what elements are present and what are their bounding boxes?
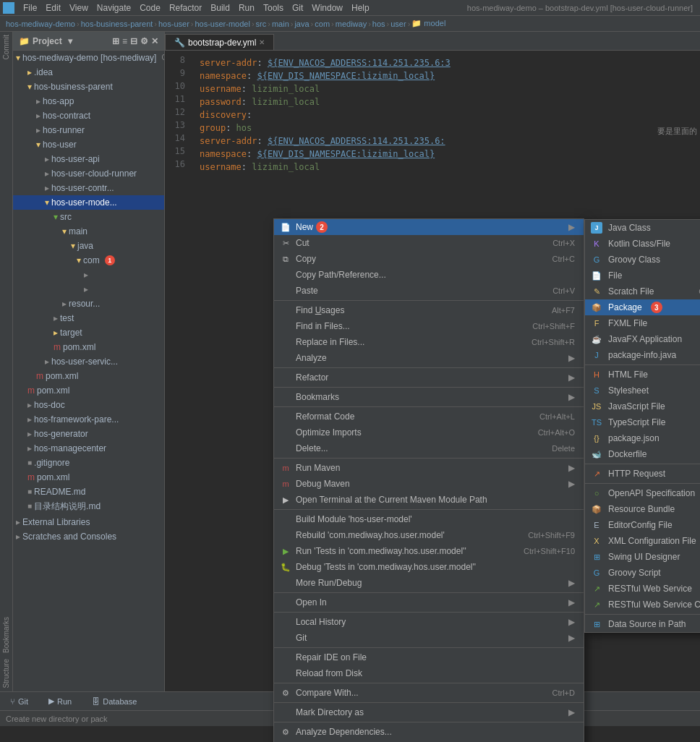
breadcrumb-item[interactable]: hos-user-model [195, 20, 249, 28]
ctx-item-open-in[interactable]: Open In ▶ [274, 594, 584, 610]
git-btn[interactable]: ⑂ Git [6, 696, 33, 707]
menu-tools[interactable]: Tools [259, 1, 288, 14]
submenu-restful[interactable]: ↗ RESTful Web Service [585, 581, 700, 597]
tree-item-generator[interactable]: ▸ hos-generator [13, 427, 164, 441]
commit-tab[interactable]: Commit [1, 32, 12, 62]
ctx-item-reformat[interactable]: Reformat Code Ctrl+Alt+L [274, 409, 584, 425]
submenu-datasource[interactable]: ⊞ Data Source in Path [585, 616, 700, 632]
ctx-item-compare[interactable]: ⚙ Compare With... Ctrl+D [274, 685, 584, 701]
ctx-item-repair[interactable]: Repair IDE on File [274, 649, 584, 665]
tree-item-pom2[interactable]: m pom.xml [13, 369, 164, 383]
ctx-item-analyze[interactable]: Analyze ▶ [274, 350, 584, 366]
tree-item-target[interactable]: ▸ target [13, 325, 164, 340]
menu-window[interactable]: Window [307, 1, 347, 14]
ctx-item-more-run[interactable]: More Run/Debug ▶ [274, 575, 584, 591]
tree-item-test[interactable]: ▸ test [13, 311, 164, 325]
ctx-item-local-history[interactable]: Local History ▶ [274, 614, 584, 630]
breadcrumb-item[interactable]: user [390, 20, 406, 28]
panel-close[interactable]: ✕ [151, 36, 158, 46]
tree-item-pom4[interactable]: m pom.xml [13, 470, 164, 485]
submenu-openapi[interactable]: ○ OpenAPI Specification [585, 485, 700, 501]
breadcrumb-item[interactable]: mediway [336, 20, 367, 28]
submenu-package-info[interactable]: J package-info.java [585, 347, 700, 363]
breadcrumb-item[interactable]: main [272, 20, 289, 28]
ctx-item-open-terminal[interactable]: ▶ Open Terminal at the Current Maven Mod… [274, 492, 584, 508]
submenu-html[interactable]: H HTML File [585, 367, 700, 383]
tree-item-com[interactable]: ▾ com 1 [13, 253, 164, 268]
breadcrumb-item[interactable]: 📁 model [411, 19, 445, 28]
breadcrumb-item[interactable]: java [294, 20, 309, 28]
ctx-item-find-usages[interactable]: Find Usages Alt+F7 [274, 302, 584, 318]
submenu-resource-bundle[interactable]: 📦 Resource Bundle ▶ [585, 501, 700, 517]
tab-close[interactable]: ✕ [259, 38, 265, 46]
tree-item-sub1[interactable]: ▸ [13, 268, 164, 282]
submenu-javafx[interactable]: ☕ JavaFX Application [585, 331, 700, 347]
editor-tab[interactable]: 🔧 bootstrap-dev.yml ✕ [165, 34, 274, 50]
submenu-json[interactable]: {} package.json [585, 430, 700, 446]
submenu-docker[interactable]: 🐋 Dockerfile [585, 446, 700, 462]
tree-item-runner[interactable]: ▸ hos-runner [13, 123, 164, 137]
ctx-item-git[interactable]: Git ▶ [274, 630, 584, 646]
menu-build[interactable]: Build [206, 1, 234, 14]
submenu-css[interactable]: S Stylesheet [585, 383, 700, 398]
panel-action-1[interactable]: ⊞ [112, 36, 119, 46]
submenu-restful-client[interactable]: ↗ RESTful Web Service Client [585, 597, 700, 613]
submenu-editorconfig[interactable]: E EditorConfig File [585, 517, 700, 533]
ctx-item-new[interactable]: 📄 New 2 ▶ J Java Class K Kotlin Class/Fi… [274, 219, 584, 235]
menu-file[interactable]: File [19, 1, 41, 14]
ctx-item-refactor[interactable]: Refactor ▶ [274, 370, 584, 385]
menu-edit[interactable]: Edit [41, 1, 65, 14]
ctx-item-debug-maven[interactable]: m Debug Maven ▶ [274, 476, 584, 492]
submenu-java-class[interactable]: J Java Class [585, 220, 700, 236]
panel-action-2[interactable]: ≡ [122, 36, 127, 46]
tree-item-contract[interactable]: ▸ hos-contract [13, 108, 164, 123]
structure-tab[interactable]: Structure [1, 656, 12, 691]
breadcrumb-item[interactable]: hos-mediway-demo [6, 20, 75, 28]
bookmarks-tab[interactable]: Bookmarks [1, 614, 12, 656]
menu-code[interactable]: Code [135, 1, 165, 14]
database-btn[interactable]: 🗄 Database [88, 696, 141, 707]
tree-item-src[interactable]: ▾ src [13, 210, 164, 224]
tree-item-ext-libs[interactable]: ▸ External Libraries [13, 515, 164, 529]
submenu-fxml[interactable]: F FXML File [585, 315, 700, 331]
submenu-groovy-class[interactable]: G Groovy Class [585, 252, 700, 268]
submenu-http[interactable]: ↗ HTTP Request [585, 466, 700, 482]
breadcrumb-item[interactable]: hos-business-parent [81, 20, 153, 28]
tree-item-user-servic[interactable]: ▸ hos-user-servic... [13, 354, 164, 369]
menu-help[interactable]: Help [347, 1, 374, 14]
submenu-swing[interactable]: ⊞ Swing UI Designer ▶ [585, 549, 700, 565]
tree-item-main[interactable]: ▾ main [13, 224, 164, 239]
submenu-js[interactable]: JS JavaScript File [585, 398, 700, 414]
ctx-item-build-module[interactable]: Build Module 'hos-user-model' [274, 511, 584, 527]
breadcrumb-item[interactable]: hos-user [158, 20, 189, 28]
tree-item-user[interactable]: ▾ hos-user [13, 137, 164, 152]
submenu-groovy-script[interactable]: G Groovy Script [585, 565, 700, 581]
tree-item-resour[interactable]: ▸ resour... [13, 297, 164, 311]
tree-item-java[interactable]: ▾ java [13, 239, 164, 253]
tree-item-business-parent[interactable]: ▾ hos-business-parent [13, 80, 164, 94]
ctx-item-debug-tests[interactable]: 🐛 Debug 'Tests in 'com.mediway.hos.user.… [274, 559, 584, 575]
ctx-item-cut[interactable]: ✂ Cut Ctrl+X [274, 235, 584, 251]
tree-item-idea[interactable]: ▸ .idea [13, 65, 164, 80]
menu-run[interactable]: Run [234, 1, 259, 14]
ctx-item-replace-files[interactable]: Replace in Files... Ctrl+Shift+R [274, 334, 584, 350]
ctx-item-find-files[interactable]: Find in Files... Ctrl+Shift+F [274, 318, 584, 334]
tree-item-contr[interactable]: ▸ hos-user-contr... [13, 181, 164, 195]
ctx-item-copy[interactable]: ⧉ Copy Ctrl+C [274, 251, 584, 267]
ctx-item-copy-path[interactable]: Copy Path/Reference... [274, 267, 584, 283]
panel-gear[interactable]: ⚙ [140, 36, 148, 46]
tree-item-dir-readme[interactable]: ■ 目录结构说明.md [13, 499, 164, 513]
tree-item-user-api[interactable]: ▸ hos-user-api [13, 152, 164, 166]
ctx-item-delete[interactable]: Delete... Delete [274, 440, 584, 456]
menu-refactor[interactable]: Refactor [165, 1, 206, 14]
submenu-file[interactable]: 📄 File [585, 268, 700, 283]
ctx-item-paste[interactable]: Paste Ctrl+V [274, 283, 584, 299]
ctx-item-bookmarks[interactable]: Bookmarks ▶ [274, 389, 584, 405]
submenu-xml-config[interactable]: X XML Configuration File ▶ [585, 533, 700, 549]
tree-item-app[interactable]: ▸ hos-app [13, 94, 164, 108]
tree-item-pom1[interactable]: m pom.xml [13, 340, 164, 354]
tree-item-doc[interactable]: ▸ hos-doc [13, 398, 164, 412]
code-editor[interactable]: server-addr: ${ENV_NACOS_ADDERSS:114.251… [194, 54, 700, 176]
breadcrumb-item[interactable]: hos [372, 20, 385, 28]
panel-dropdown[interactable]: ▾ [68, 36, 72, 46]
